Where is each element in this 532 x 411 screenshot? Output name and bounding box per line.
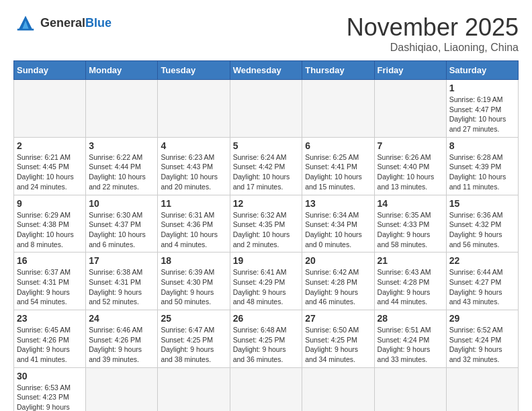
day-info: Sunrise: 6:36 AM Sunset: 4:32 PM Dayligh… bbox=[449, 210, 515, 250]
day-info: Sunrise: 6:38 AM Sunset: 4:31 PM Dayligh… bbox=[89, 267, 154, 307]
day-number: 11 bbox=[161, 198, 226, 209]
day-info: Sunrise: 6:43 AM Sunset: 4:28 PM Dayligh… bbox=[378, 267, 443, 307]
title-section: November 2025 Dashiqiao, Liaoning, China bbox=[347, 13, 519, 54]
empty-cell bbox=[374, 367, 446, 411]
empty-cell bbox=[230, 367, 302, 411]
week-row-4: 16Sunrise: 6:37 AM Sunset: 4:31 PM Dayli… bbox=[14, 253, 519, 310]
day-info: Sunrise: 6:50 AM Sunset: 4:25 PM Dayligh… bbox=[305, 325, 371, 365]
week-row-2: 2Sunrise: 6:21 AM Sunset: 4:45 PM Daylig… bbox=[14, 137, 519, 195]
calendar: Sunday Monday Tuesday Wednesday Thursday… bbox=[13, 60, 519, 411]
day-cell-10: 10Sunrise: 6:30 AM Sunset: 4:37 PM Dayli… bbox=[86, 195, 158, 253]
day-info: Sunrise: 6:48 AM Sunset: 4:25 PM Dayligh… bbox=[233, 325, 300, 365]
day-number: 8 bbox=[449, 140, 515, 151]
day-cell-17: 17Sunrise: 6:38 AM Sunset: 4:31 PM Dayli… bbox=[86, 253, 158, 310]
day-info: Sunrise: 6:53 AM Sunset: 4:23 PM Dayligh… bbox=[17, 383, 83, 411]
empty-cell bbox=[374, 80, 446, 138]
day-cell-27: 27Sunrise: 6:50 AM Sunset: 4:25 PM Dayli… bbox=[302, 310, 374, 368]
day-number: 15 bbox=[449, 198, 515, 209]
header-tuesday: Tuesday bbox=[158, 61, 230, 80]
day-number: 14 bbox=[378, 198, 443, 209]
day-info: Sunrise: 6:34 AM Sunset: 4:34 PM Dayligh… bbox=[305, 210, 371, 250]
empty-cell bbox=[86, 367, 158, 411]
location-title: Dashiqiao, Liaoning, China bbox=[347, 42, 519, 54]
day-info: Sunrise: 6:26 AM Sunset: 4:40 PM Dayligh… bbox=[378, 152, 443, 192]
header-monday: Monday bbox=[86, 61, 158, 80]
day-number: 5 bbox=[233, 140, 300, 151]
empty-cell bbox=[14, 80, 86, 138]
header-friday: Friday bbox=[374, 61, 446, 80]
header-thursday: Thursday bbox=[302, 61, 374, 80]
day-cell-12: 12Sunrise: 6:32 AM Sunset: 4:35 PM Dayli… bbox=[230, 195, 302, 253]
day-number: 16 bbox=[17, 255, 83, 266]
day-info: Sunrise: 6:19 AM Sunset: 4:47 PM Dayligh… bbox=[449, 95, 515, 134]
day-number: 12 bbox=[233, 198, 300, 209]
day-cell-1: 1Sunrise: 6:19 AM Sunset: 4:47 PM Daylig… bbox=[446, 80, 518, 138]
day-cell-15: 15Sunrise: 6:36 AM Sunset: 4:32 PM Dayli… bbox=[446, 195, 518, 253]
day-cell-3: 3Sunrise: 6:22 AM Sunset: 4:44 PM Daylig… bbox=[86, 137, 158, 195]
day-cell-20: 20Sunrise: 6:42 AM Sunset: 4:28 PM Dayli… bbox=[302, 253, 374, 310]
day-number: 20 bbox=[305, 255, 371, 266]
day-number: 3 bbox=[89, 140, 154, 151]
day-info: Sunrise: 6:24 AM Sunset: 4:42 PM Dayligh… bbox=[233, 152, 300, 192]
day-info: Sunrise: 6:32 AM Sunset: 4:35 PM Dayligh… bbox=[233, 210, 300, 250]
day-info: Sunrise: 6:46 AM Sunset: 4:26 PM Dayligh… bbox=[89, 325, 154, 365]
day-number: 29 bbox=[449, 313, 515, 324]
day-cell-19: 19Sunrise: 6:41 AM Sunset: 4:29 PM Dayli… bbox=[230, 253, 302, 310]
day-cell-6: 6Sunrise: 6:25 AM Sunset: 4:41 PM Daylig… bbox=[302, 137, 374, 195]
week-row-3: 9Sunrise: 6:29 AM Sunset: 4:38 PM Daylig… bbox=[14, 195, 519, 253]
day-cell-16: 16Sunrise: 6:37 AM Sunset: 4:31 PM Dayli… bbox=[14, 253, 86, 310]
svg-rect-2 bbox=[17, 29, 34, 31]
day-number: 9 bbox=[17, 198, 83, 209]
day-number: 25 bbox=[161, 313, 226, 324]
day-number: 24 bbox=[89, 313, 154, 324]
day-info: Sunrise: 6:45 AM Sunset: 4:26 PM Dayligh… bbox=[17, 325, 83, 365]
day-info: Sunrise: 6:28 AM Sunset: 4:39 PM Dayligh… bbox=[449, 152, 515, 192]
day-cell-14: 14Sunrise: 6:35 AM Sunset: 4:33 PM Dayli… bbox=[374, 195, 446, 253]
day-number: 2 bbox=[17, 140, 83, 151]
day-info: Sunrise: 6:41 AM Sunset: 4:29 PM Dayligh… bbox=[233, 267, 300, 307]
day-info: Sunrise: 6:35 AM Sunset: 4:33 PM Dayligh… bbox=[378, 210, 443, 250]
day-cell-18: 18Sunrise: 6:39 AM Sunset: 4:30 PM Dayli… bbox=[158, 253, 230, 310]
day-info: Sunrise: 6:52 AM Sunset: 4:24 PM Dayligh… bbox=[449, 325, 515, 365]
day-cell-26: 26Sunrise: 6:48 AM Sunset: 4:25 PM Dayli… bbox=[230, 310, 302, 368]
day-info: Sunrise: 6:51 AM Sunset: 4:24 PM Dayligh… bbox=[378, 325, 443, 365]
day-info: Sunrise: 6:39 AM Sunset: 4:30 PM Dayligh… bbox=[161, 267, 226, 307]
weekday-header-row: Sunday Monday Tuesday Wednesday Thursday… bbox=[14, 61, 519, 80]
empty-cell bbox=[446, 367, 518, 411]
day-cell-13: 13Sunrise: 6:34 AM Sunset: 4:34 PM Dayli… bbox=[302, 195, 374, 253]
day-cell-23: 23Sunrise: 6:45 AM Sunset: 4:26 PM Dayli… bbox=[14, 310, 86, 368]
day-number: 28 bbox=[378, 313, 443, 324]
day-number: 30 bbox=[17, 371, 83, 381]
day-info: Sunrise: 6:44 AM Sunset: 4:27 PM Dayligh… bbox=[449, 267, 515, 307]
empty-cell bbox=[302, 367, 374, 411]
day-info: Sunrise: 6:23 AM Sunset: 4:43 PM Dayligh… bbox=[161, 152, 226, 192]
day-number: 22 bbox=[449, 255, 515, 266]
empty-cell bbox=[302, 80, 374, 138]
header-wednesday: Wednesday bbox=[230, 61, 302, 80]
day-cell-5: 5Sunrise: 6:24 AM Sunset: 4:42 PM Daylig… bbox=[230, 137, 302, 195]
logo-text: GeneralBlue bbox=[40, 16, 112, 30]
day-cell-25: 25Sunrise: 6:47 AM Sunset: 4:25 PM Dayli… bbox=[158, 310, 230, 368]
day-cell-11: 11Sunrise: 6:31 AM Sunset: 4:36 PM Dayli… bbox=[158, 195, 230, 253]
day-cell-9: 9Sunrise: 6:29 AM Sunset: 4:38 PM Daylig… bbox=[14, 195, 86, 253]
month-title: November 2025 bbox=[347, 13, 519, 42]
day-number: 1 bbox=[449, 83, 515, 93]
header-saturday: Saturday bbox=[446, 61, 518, 80]
day-number: 7 bbox=[378, 140, 443, 151]
day-cell-30: 30Sunrise: 6:53 AM Sunset: 4:23 PM Dayli… bbox=[14, 367, 86, 411]
day-number: 21 bbox=[378, 255, 443, 266]
day-number: 13 bbox=[305, 198, 371, 209]
day-number: 23 bbox=[17, 313, 83, 324]
day-info: Sunrise: 6:25 AM Sunset: 4:41 PM Dayligh… bbox=[305, 152, 371, 192]
logo: GeneralBlue bbox=[13, 13, 112, 32]
day-number: 27 bbox=[305, 313, 371, 324]
day-cell-29: 29Sunrise: 6:52 AM Sunset: 4:24 PM Dayli… bbox=[446, 310, 518, 368]
day-cell-28: 28Sunrise: 6:51 AM Sunset: 4:24 PM Dayli… bbox=[374, 310, 446, 368]
logo-icon bbox=[13, 13, 38, 32]
week-row-5: 23Sunrise: 6:45 AM Sunset: 4:26 PM Dayli… bbox=[14, 310, 519, 368]
day-info: Sunrise: 6:21 AM Sunset: 4:45 PM Dayligh… bbox=[17, 152, 83, 192]
day-info: Sunrise: 6:31 AM Sunset: 4:36 PM Dayligh… bbox=[161, 210, 226, 250]
day-number: 26 bbox=[233, 313, 300, 324]
empty-cell bbox=[230, 80, 302, 138]
week-row-6: 30Sunrise: 6:53 AM Sunset: 4:23 PM Dayli… bbox=[14, 367, 519, 411]
